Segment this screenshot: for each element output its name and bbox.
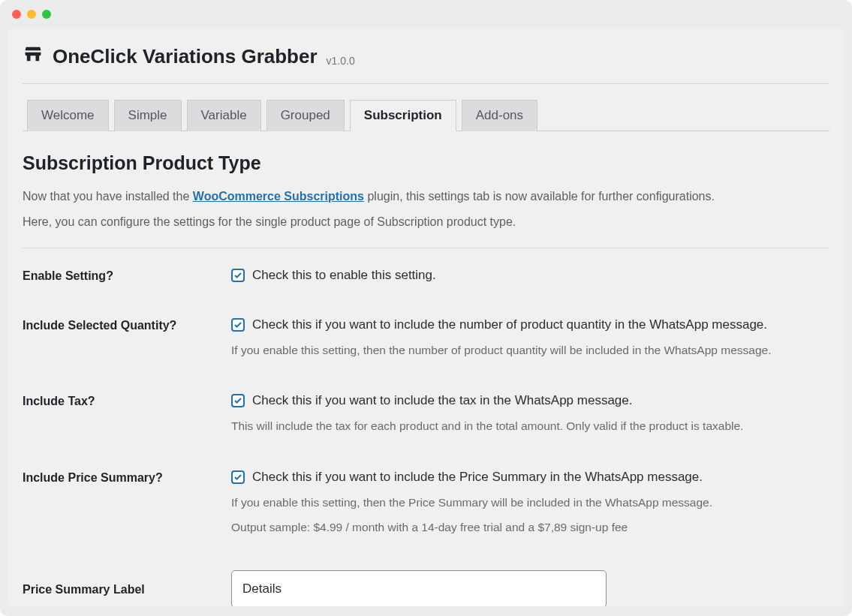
tab-simple[interactable]: Simple	[114, 100, 182, 131]
checkbox-line-enable: Check this to enable this setting.	[231, 268, 829, 283]
tab-addons[interactable]: Add-ons	[462, 100, 537, 131]
desc-price-summary-1: If you enable this setting, then the Pri…	[231, 494, 829, 511]
tab-grouped[interactable]: Grouped	[266, 100, 345, 131]
checkbox-line-quantity: Check this if you want to include the nu…	[231, 317, 829, 332]
field-include-price-summary: Check this if you want to include the Pr…	[231, 470, 829, 536]
header-title-wrap: OneClick Variations Grabber	[23, 44, 318, 70]
window-maximize-button[interactable]	[42, 10, 51, 19]
tab-welcome[interactable]: Welcome	[27, 100, 109, 131]
row-price-summary-label: Price Summary Label	[23, 570, 829, 606]
checkbox-line-price-summary: Check this if you want to include the Pr…	[231, 470, 829, 485]
check-icon	[233, 271, 242, 280]
field-include-quantity: Check this if you want to include the nu…	[231, 317, 829, 359]
field-price-summary-label	[231, 570, 829, 606]
intro1-pre: Now that you have installed the	[23, 190, 193, 203]
field-enable-setting: Check this to enable this setting.	[231, 268, 829, 283]
checkbox-text-quantity: Check this if you want to include the nu…	[252, 317, 767, 332]
label-enable-setting: Enable Setting?	[23, 268, 231, 283]
content-area: OneClick Variations Grabber v1.0.0 Welco…	[8, 29, 844, 606]
page-header: OneClick Variations Grabber v1.0.0	[23, 44, 829, 84]
label-include-tax: Include Tax?	[23, 393, 231, 408]
check-icon	[233, 473, 242, 482]
desc-include-tax: This will include the tax for each produ…	[231, 417, 829, 434]
tabs-nav: Welcome Simple Variable Grouped Subscrip…	[23, 99, 829, 131]
checkbox-include-quantity[interactable]	[231, 318, 245, 332]
settings-form: Enable Setting? Check this to enable thi…	[23, 268, 829, 606]
row-include-price-summary: Include Price Summary? Check this if you…	[23, 470, 829, 536]
section-title: Subscription Product Type	[23, 152, 829, 174]
checkbox-text-tax: Check this if you want to include the ta…	[252, 393, 633, 408]
checkbox-text-price-summary: Check this if you want to include the Pr…	[252, 470, 703, 485]
row-include-quantity: Include Selected Quantity? Check this if…	[23, 317, 829, 359]
check-icon	[233, 320, 242, 329]
section-separator	[23, 248, 829, 248]
app-version: v1.0.0	[327, 55, 355, 67]
app-window: OneClick Variations Grabber v1.0.0 Welco…	[0, 0, 852, 616]
tab-variable[interactable]: Variable	[187, 100, 261, 131]
check-icon	[233, 396, 242, 405]
label-price-summary-label: Price Summary Label	[23, 581, 231, 596]
field-include-tax: Check this if you want to include the ta…	[231, 393, 829, 434]
window-close-button[interactable]	[12, 10, 21, 19]
window-minimize-button[interactable]	[27, 10, 36, 19]
desc-price-summary-2: Output sample: $4.99 / month with a 14-d…	[231, 518, 829, 536]
price-summary-label-input[interactable]	[231, 570, 607, 606]
intro-paragraph-2: Here, you can configure the settings for…	[23, 213, 829, 231]
woocommerce-subscriptions-link[interactable]: WooCommerce Subscriptions	[193, 190, 364, 203]
intro1-post: plugin, this settings tab is now availab…	[364, 190, 715, 203]
tab-subscription[interactable]: Subscription	[350, 100, 456, 131]
label-include-price-summary: Include Price Summary?	[23, 470, 231, 485]
desc-include-quantity: If you enable this setting, then the num…	[231, 341, 829, 359]
checkbox-text-enable: Check this to enable this setting.	[252, 268, 436, 283]
row-include-tax: Include Tax? Check this if you want to i…	[23, 393, 829, 434]
intro-paragraph-1: Now that you have installed the WooComme…	[23, 188, 829, 206]
checkbox-line-tax: Check this if you want to include the ta…	[231, 393, 829, 408]
app-title: OneClick Variations Grabber	[53, 45, 318, 68]
label-include-quantity: Include Selected Quantity?	[23, 317, 231, 332]
titlebar	[0, 0, 852, 29]
row-enable-setting: Enable Setting? Check this to enable thi…	[23, 268, 829, 283]
checkbox-enable-setting[interactable]	[231, 269, 245, 282]
checkbox-include-price-summary[interactable]	[231, 470, 245, 484]
store-icon	[23, 44, 44, 70]
checkbox-include-tax[interactable]	[231, 394, 245, 407]
